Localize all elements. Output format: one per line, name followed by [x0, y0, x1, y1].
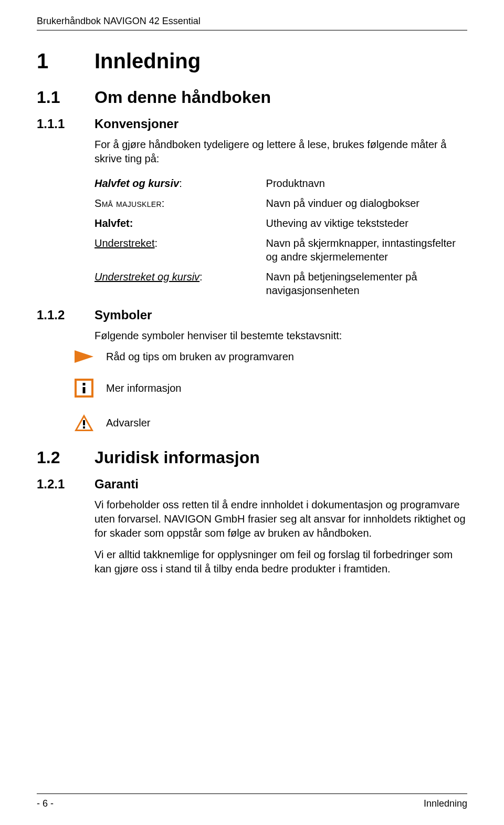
conv-left: Understreket [94, 237, 155, 249]
heading-1-1-1-title: Konvensjoner [94, 117, 178, 131]
table-row: Understreket og kursiv: Navn på betjenin… [94, 267, 467, 300]
footer-rule [37, 793, 467, 794]
doc-header: Brukerhåndbok NAVIGON 42 Essential [37, 16, 467, 27]
svg-rect-7 [83, 426, 85, 429]
svg-rect-2 [83, 383, 86, 385]
symbol-tip-label: Råd og tips om bruken av programvaren [106, 351, 294, 363]
symbol-warning-label: Advarsler [106, 417, 150, 429]
table-row: Understreket: Navn på skjermknapper, inn… [94, 233, 467, 267]
heading-1-1-1: 1.1.1Konvensjoner [37, 117, 467, 131]
conv-left-suffix: : [155, 237, 158, 249]
symbol-row-warning: Advarsler [74, 413, 467, 432]
heading-1-2-title: Juridisk informasjon [94, 448, 260, 467]
footer-page-number: - 6 - [37, 798, 54, 809]
conv-left: Halvfet: [94, 217, 133, 229]
conv-right: Produktnavn [266, 173, 467, 193]
conv-left-suffix: : [179, 177, 182, 189]
heading-1-2-1-number: 1.2.1 [37, 477, 94, 492]
garanti-p2: Vi er alltid takknemlige for opplysninge… [94, 548, 467, 576]
info-icon [74, 379, 94, 398]
heading-1-2-1: 1.2.1Garanti [37, 477, 467, 492]
heading-1-2: 1.2Juridisk informasjon [37, 448, 467, 467]
heading-1-1-title: Om denne håndboken [94, 88, 271, 107]
page-footer: - 6 - Innledning [37, 793, 467, 809]
warning-icon [74, 413, 94, 432]
conv-left: Halvfet og kursiv [94, 177, 179, 189]
conv-left: Små majuskler [94, 197, 162, 209]
heading-1: 1Innledning [37, 49, 467, 73]
table-row: Halvfet og kursiv: Produktnavn [94, 173, 467, 193]
heading-1-2-number: 1.2 [37, 448, 94, 467]
garanti-p1: Vi forbeholder oss retten til å endre in… [94, 498, 467, 540]
conventions-table: Halvfet og kursiv: Produktnavn Små majus… [94, 173, 467, 300]
heading-1-1-2: 1.1.2Symboler [37, 308, 467, 322]
heading-1-number: 1 [37, 49, 94, 73]
header-rule [37, 30, 467, 30]
table-row: Halvfet: Utheving av viktige tekststeder [94, 213, 467, 233]
intro-paragraph: For å gjøre håndboken tydeligere og lett… [94, 138, 467, 166]
heading-1-1-2-number: 1.1.2 [37, 308, 94, 322]
heading-1-1: 1.1Om denne håndboken [37, 88, 467, 107]
svg-marker-0 [75, 350, 93, 363]
heading-1-1-number: 1.1 [37, 88, 94, 107]
heading-1-1-1-number: 1.1.1 [37, 117, 94, 131]
conv-left: Understreket og kursiv [94, 271, 200, 283]
symbol-row-info: Mer informasjon [74, 379, 467, 398]
conv-right: Navn på betjeningselementer på navigasjo… [266, 267, 467, 300]
symbols-intro: Følgende symboler henviser til bestemte … [94, 329, 467, 343]
conv-right: Navn på vinduer og dialogbokser [266, 193, 467, 213]
tip-arrow-icon [74, 350, 94, 363]
conv-left-suffix: : [162, 197, 165, 209]
symbol-row-tip: Råd og tips om bruken av programvaren [74, 350, 467, 363]
svg-rect-6 [83, 420, 85, 425]
table-row: Små majuskler: Navn på vinduer og dialog… [94, 193, 467, 213]
symbol-info-label: Mer informasjon [106, 382, 181, 394]
conv-right: Utheving av viktige tekststeder [266, 213, 467, 233]
conv-right: Navn på skjermknapper, inntastingsfelter… [266, 233, 467, 267]
svg-rect-3 [83, 387, 86, 393]
heading-1-title: Innledning [94, 49, 201, 72]
heading-1-1-2-title: Symboler [94, 308, 152, 322]
conv-left-suffix: : [200, 271, 203, 283]
footer-section: Innledning [424, 798, 467, 809]
heading-1-2-1-title: Garanti [94, 477, 139, 491]
